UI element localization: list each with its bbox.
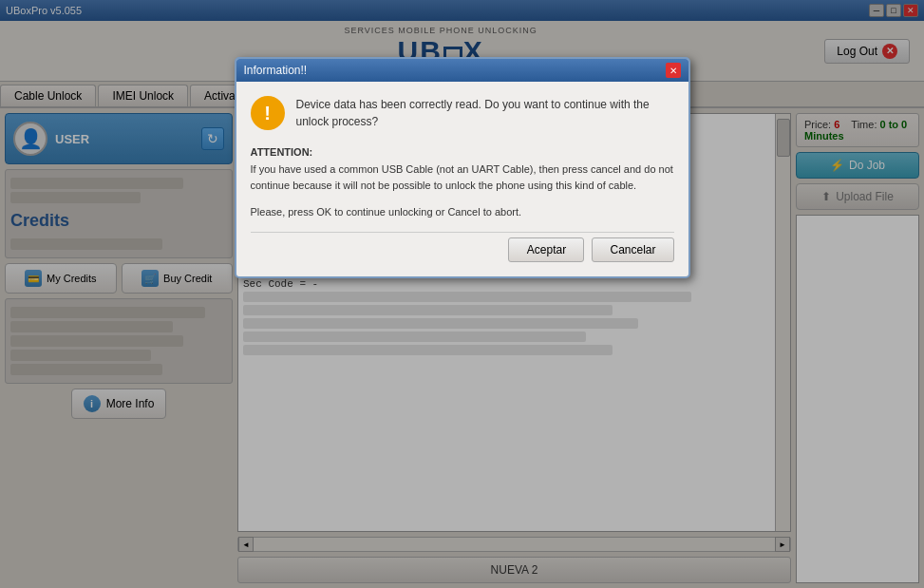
attention-body: If you have used a common USB Cable (not…	[251, 163, 673, 192]
modal-buttons: Aceptar Cancelar	[251, 232, 674, 262]
modal-main-text: Device data has been correctly read. Do …	[296, 96, 674, 130]
modal-attention-text: ATTENTION: If you have used a common USB…	[251, 144, 674, 195]
modal-title: Information!!	[244, 64, 308, 77]
modal-overlay: Information!! ✕ ! Device data has been c…	[0, 0, 924, 588]
modal-top-section: ! Device data has been correctly read. D…	[251, 96, 674, 130]
attention-header: ATTENTION:	[251, 146, 313, 158]
modal-close-button[interactable]: ✕	[666, 63, 681, 78]
modal-ok-text: Please, press OK to continue unlocking o…	[251, 206, 674, 218]
cancel-button[interactable]: Cancelar	[592, 237, 673, 262]
modal-title-bar: Information!! ✕	[236, 59, 688, 82]
modal-dialog: Information!! ✕ ! Device data has been c…	[235, 57, 690, 278]
warning-icon: !	[251, 96, 285, 130]
modal-body: ! Device data has been correctly read. D…	[236, 82, 688, 276]
accept-button[interactable]: Aceptar	[508, 237, 584, 262]
